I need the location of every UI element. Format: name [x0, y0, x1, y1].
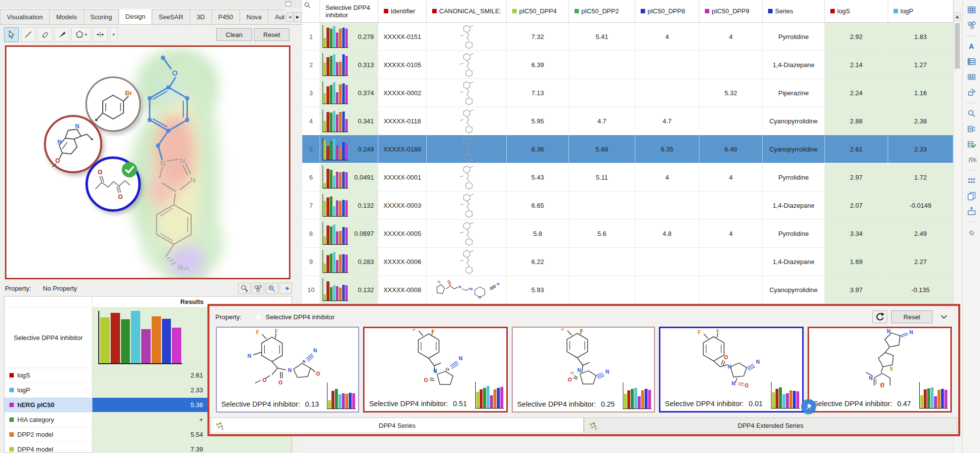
- tab-scroll-arrows: ◀ ▶: [285, 12, 302, 24]
- ring-tool-caret[interactable]: ▾: [85, 32, 87, 37]
- card-profile-chart: [327, 382, 356, 409]
- multi-table-icon[interactable]: [966, 175, 978, 187]
- table-view-icon[interactable]: [966, 4, 978, 16]
- table-row[interactable]: 9 0.283 XXXXX-0006: [302, 248, 953, 276]
- svg-text:N: N: [728, 364, 732, 370]
- select-tool-button[interactable]: [4, 27, 19, 42]
- column-header[interactable]: pIC50_DPP9: [699, 0, 763, 22]
- zoom-plus-button[interactable]: [266, 283, 278, 294]
- bond-tool-button[interactable]: [21, 27, 36, 42]
- settings-icon[interactable]: [966, 226, 978, 238]
- column-header[interactable]: pIC50_DPP4: [507, 0, 569, 22]
- accepted-check-badge: [121, 161, 138, 178]
- reset-sketch-button[interactable]: Reset: [254, 28, 289, 41]
- suggestion-card[interactable]: F F N O O N O N Selective DPP4 inhibitor…: [216, 327, 359, 413]
- series-tab-dpp4-extended[interactable]: DPP4 Extended Series: [584, 417, 957, 433]
- tab[interactable]: Scoring: [83, 9, 119, 24]
- svg-text:O: O: [568, 377, 572, 382]
- tab-scroll-left-button[interactable]: ◀: [286, 12, 293, 22]
- table-row[interactable]: 8 0.0697 XXXXX-0005: [302, 220, 953, 248]
- table-row[interactable]: 5 0.249 XXXXX-0188: [302, 135, 953, 163]
- move-tool-caret-button[interactable]: ▾: [110, 27, 118, 42]
- inhibitor-cell: 0.374: [320, 79, 378, 107]
- tab[interactable]: SeeSAR: [152, 9, 190, 24]
- table-row[interactable]: 10 0.132 XXXXX-0008: [302, 276, 953, 304]
- grid-small-icon[interactable]: [966, 71, 978, 83]
- column-header[interactable]: CANONICAL_SMILE:: [427, 0, 507, 22]
- window-icon[interactable]: [285, 1, 291, 6]
- svg-text:O: O: [118, 193, 122, 200]
- suggestion-card[interactable]: F F O N N N O Selective DPP4 inhibitor:0…: [659, 327, 803, 413]
- table-row[interactable]: 3 0.374 XXXXX-0002: [302, 79, 953, 107]
- table-row[interactable]: 1 0.278 XXXXX-0151: [302, 23, 953, 51]
- wedge-bond-tool-button[interactable]: [54, 27, 69, 42]
- svg-text:O: O: [745, 383, 749, 387]
- tab[interactable]: Design: [119, 9, 152, 24]
- pic50-dpp8-cell: 4: [635, 23, 699, 50]
- validate-table-icon[interactable]: [966, 138, 978, 150]
- table-row[interactable]: 2 0.313 XXXXX-0105: [302, 51, 953, 79]
- clean-button[interactable]: Clean: [216, 28, 252, 41]
- search-icon: [304, 1, 311, 9]
- column-label: Series: [775, 7, 793, 15]
- forward-arrow-button[interactable]: [280, 283, 292, 294]
- pic50-dpp4-cell: 5.95: [507, 107, 569, 135]
- transform-icon[interactable]: [966, 86, 978, 98]
- card-caption: Selective DPP4 inhibitor:0.13: [221, 400, 319, 408]
- molecules-view-icon[interactable]: [966, 19, 978, 31]
- table-row[interactable]: 4 0.341 XXXXX-0118: [302, 107, 953, 135]
- column-label: pIC50_DPP2: [581, 7, 619, 15]
- pin-badge[interactable]: [801, 399, 816, 414]
- scroll-up-button[interactable]: [954, 12, 961, 21]
- tab[interactable]: P450: [211, 9, 240, 24]
- eraser-tool-button[interactable]: [38, 27, 52, 42]
- refresh-button[interactable]: [872, 310, 887, 323]
- import-rows-icon[interactable]: [966, 205, 978, 217]
- property-value[interactable]: No Property: [43, 285, 77, 292]
- card-profile-chart: [623, 382, 652, 409]
- copy-sheet-icon[interactable]: [966, 190, 978, 202]
- tab[interactable]: Visualisation: [0, 9, 50, 24]
- overlay-property-value[interactable]: Selective DPP4 inhibitor: [266, 313, 334, 321]
- column-header[interactable]: logS: [825, 0, 888, 22]
- pic50-dpp2-cell: 5.11: [569, 163, 635, 191]
- column-header[interactable]: pIC50_DPP8: [635, 0, 699, 22]
- property-row[interactable]: DPP4 model 7.39: [4, 442, 291, 453]
- identifier-cell: XXXXX-0002: [378, 79, 427, 107]
- show-pose-button[interactable]: [238, 283, 250, 294]
- tab[interactable]: Nova: [240, 9, 268, 24]
- scrollbar-thumb[interactable]: [955, 23, 960, 69]
- molecule-sketch-canvas[interactable]: O N N N N: [5, 45, 290, 279]
- svg-text:N: N: [869, 376, 873, 381]
- column-header[interactable]: logP: [888, 0, 953, 22]
- tab[interactable]: 3D: [190, 9, 212, 24]
- logs-cell: 3.97: [825, 276, 888, 303]
- column-header[interactable]: pIC50_DPP2: [569, 0, 635, 22]
- series-tab-dpp4[interactable]: DPP4 Series: [210, 417, 584, 433]
- column-header[interactable]: Identifier: [378, 0, 427, 22]
- table-row[interactable]: 7 0.132 XXXXX-0003: [302, 191, 953, 220]
- annotate-icon[interactable]: A: [966, 40, 978, 52]
- zoom-icon[interactable]: [966, 108, 978, 119]
- column-header[interactable]: Selective DPP4 inhibitor: [320, 0, 378, 22]
- tab[interactable]: Auto-Mod: [268, 9, 285, 24]
- collapse-chevron-button[interactable]: [937, 310, 951, 323]
- molecule-structure: F F O N N: [376, 329, 495, 387]
- similar-molecules-button[interactable]: [252, 283, 264, 294]
- sort-rows-icon[interactable]: [966, 123, 978, 135]
- tab-scroll-right-button[interactable]: ▶: [294, 12, 301, 22]
- tab[interactable]: Models: [49, 9, 84, 24]
- column-header[interactable]: Series: [763, 0, 825, 22]
- table-rows-icon[interactable]: [966, 56, 978, 68]
- reset-suggestions-button[interactable]: Reset: [891, 310, 933, 323]
- suggestion-card[interactable]: F F O N N Selective DPP4 inhibitor:0.51: [363, 327, 507, 413]
- table-row[interactable]: 6 0.0491 XXXXX-0001: [302, 163, 953, 191]
- svg-text:N: N: [756, 359, 760, 365]
- move-tool-button[interactable]: [93, 27, 108, 42]
- suggestion-card[interactable]: N N S N O Selective DPP4 inhibitor:0.47: [808, 327, 952, 413]
- ring-tool-button[interactable]: ▾: [71, 27, 91, 42]
- suggestion-card[interactable]: F F O N N H Selective DPP4 inhibitor:0.2…: [512, 327, 655, 413]
- table-corner-cell[interactable]: [302, 0, 320, 22]
- pic50-dpp4-cell: 7.32: [507, 23, 569, 50]
- function-icon[interactable]: ƒ(x): [966, 153, 978, 165]
